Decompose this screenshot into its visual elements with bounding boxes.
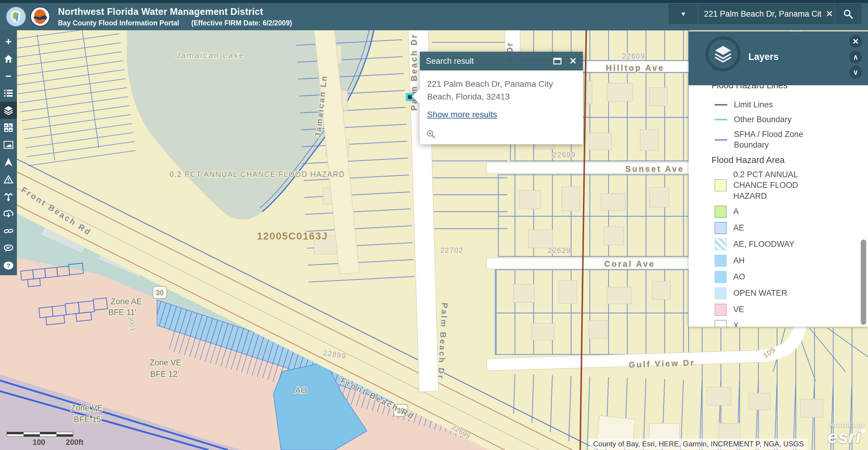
nwfwmd-logo	[6, 7, 26, 27]
help-icon: ?	[3, 261, 13, 270]
expand-panel-button[interactable]: ∨	[849, 66, 862, 79]
map-toolbar: + −	[0, 30, 17, 275]
scale-end-label: 200ft	[66, 438, 102, 447]
fill-swatch	[715, 255, 727, 267]
zoom-in-button[interactable]: +	[0, 33, 17, 50]
legend-item: AH	[715, 255, 868, 267]
comment-button[interactable]	[0, 240, 17, 257]
fill-swatch	[715, 287, 727, 300]
legend-icon	[4, 89, 13, 97]
panel-scrollbar[interactable]	[861, 240, 866, 325]
lake-label: Jamaican Lake	[176, 51, 245, 60]
route-30-badge: 30	[153, 286, 167, 299]
svg-text:?: ?	[7, 262, 10, 269]
alert-icon	[4, 175, 13, 184]
layers-icon	[3, 106, 13, 115]
legend-item: X	[715, 320, 868, 327]
navigation-arrow-button[interactable]	[0, 153, 17, 171]
legend-item: Other Boundary	[715, 114, 868, 125]
navigation-arrow-icon	[4, 158, 13, 167]
search-input[interactable]: 221 Palm Beach Dr, Panama Cit ✕	[698, 4, 835, 24]
search-widget: ▼ 221 Palm Beach Dr, Panama Cit ✕	[669, 4, 861, 24]
legend-item: A	[715, 206, 868, 218]
parcel-number: 22699	[553, 150, 576, 159]
layers-panel-title: Layers	[748, 51, 779, 62]
close-icon[interactable]: ✕	[569, 57, 577, 66]
download-icon	[3, 210, 13, 218]
search-button[interactable]	[835, 4, 861, 24]
legend-body[interactable]: Flood Hazard Lines Limit Lines Other Bou…	[689, 85, 868, 327]
home-button[interactable]	[0, 50, 17, 67]
firm-panel-label: 12005C0163J	[257, 230, 328, 242]
parcel-number: 22702	[440, 246, 464, 254]
fill-swatch	[715, 179, 727, 191]
fill-swatch	[715, 206, 727, 218]
layers-panel-header: Layers ✕ ∧ ∨	[689, 31, 868, 85]
hatch-swatch	[715, 238, 727, 250]
maximize-icon[interactable]	[553, 58, 561, 64]
legend-group-title: Flood Hazard Lines	[712, 85, 868, 90]
zoom-out-button[interactable]: −	[0, 67, 17, 84]
line-swatch	[715, 119, 727, 120]
share-link-button[interactable]	[0, 222, 17, 240]
scale-mid-label: 100	[33, 438, 45, 447]
search-result-popup: Search result ✕ 221 Palm Beach Dr, Panam…	[420, 52, 583, 144]
zoom-to-result-button[interactable]	[427, 130, 435, 140]
parcel-number: 22629	[548, 246, 571, 254]
zoom-in-magnifier-icon	[427, 130, 435, 139]
legend-item: 0.2 PCT ANNUAL CHANCE FLOOD HAZARD	[715, 169, 868, 201]
map-attribution: County of Bay, Esri, HERE, Garmin, INCRE…	[590, 439, 808, 449]
swipe-map-icon	[4, 141, 13, 149]
esri-logo: POWERED BY esri	[828, 423, 865, 445]
zone-ae-label: Zone AE	[111, 297, 142, 306]
zone-ao-label: AO	[295, 386, 307, 395]
comment-icon	[4, 244, 13, 252]
layers-button[interactable]	[0, 102, 17, 119]
svg-text:30: 30	[156, 288, 164, 297]
minus-icon: −	[5, 71, 11, 81]
close-panel-button[interactable]: ✕	[849, 35, 862, 48]
popup-header[interactable]: Search result ✕	[420, 52, 583, 71]
fill-swatch	[715, 271, 727, 283]
layers-icon	[713, 45, 733, 63]
search-input-value: 221 Palm Beach Dr, Panama Cit	[704, 9, 832, 19]
popup-title: Search result	[426, 57, 553, 66]
esri-brand: esri	[828, 428, 865, 445]
flood-hazard-area-label: 0.2 PCT ANNUAL CHANCE FLOOD HAZARD	[170, 170, 345, 178]
directions-button[interactable]	[0, 188, 17, 205]
help-button[interactable]: ?	[0, 257, 17, 274]
scale-bar: 100 200ft	[7, 432, 73, 446]
fill-swatch	[715, 304, 727, 316]
fill-swatch	[715, 222, 727, 234]
search-source-dropdown[interactable]: ▼	[669, 4, 698, 24]
line-swatch	[715, 104, 727, 106]
legend-item: OPEN WATER	[715, 287, 868, 300]
show-more-results-link[interactable]: Show more results	[427, 110, 497, 119]
swipe-map-button[interactable]	[0, 136, 17, 153]
firm-date-note: (Effective FIRM Date: 6/2/2009)	[191, 19, 292, 27]
zone-ve15-label: Zone VE	[71, 403, 102, 413]
esri-globe-dot	[861, 429, 866, 433]
home-icon	[4, 54, 13, 63]
popup-tail	[412, 89, 420, 104]
app-title: Northwest Florida Water Management Distr…	[58, 6, 292, 17]
legend-item: SFHA / Flood Zone Boundary	[715, 129, 868, 150]
fill-swatch	[715, 320, 727, 327]
street-label-sunset: Sunset Ave	[625, 165, 684, 174]
alert-button[interactable]	[0, 171, 17, 188]
legend-button[interactable]	[0, 84, 17, 102]
zone-ve12-bfe-label: BFE 12'	[150, 370, 179, 378]
plus-icon: +	[5, 36, 11, 47]
basemap-gallery-icon	[4, 123, 13, 132]
app-subtitle: Bay County Flood Information Portal	[58, 19, 179, 27]
bay-county-logo	[30, 7, 50, 27]
parcel-number: 22609	[622, 52, 645, 60]
zone-ve12-label: Zone VE	[150, 358, 181, 367]
collapse-panel-button[interactable]: ∧	[849, 51, 862, 63]
download-button[interactable]	[0, 205, 17, 222]
legend-item: AE, FLOODWAY	[715, 238, 868, 250]
street-label-coral: Coral Ave	[604, 259, 655, 269]
clear-search-icon[interactable]: ✕	[826, 8, 833, 19]
basemap-gallery-button[interactable]	[0, 119, 17, 136]
legend-item: VE	[715, 304, 868, 316]
